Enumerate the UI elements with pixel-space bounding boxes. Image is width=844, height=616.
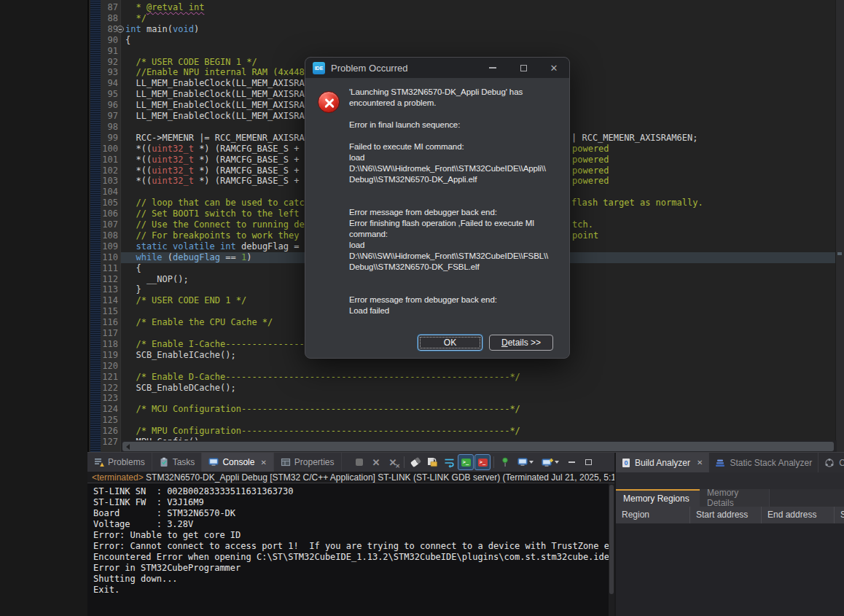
console-output-line: Encountered Error when opening C:\ST\STM… — [93, 552, 609, 563]
scroll-left-arrow-icon[interactable] — [126, 444, 130, 450]
display-selected-console-button[interactable] — [514, 454, 537, 470]
cyclomatic-icon — [824, 458, 835, 468]
horizontal-scrollbar-thumb[interactable] — [122, 442, 834, 451]
subtab-memory-regions[interactable]: Memory Regions — [616, 489, 700, 507]
maximize-icon — [585, 459, 592, 465]
show-console-on-stderr-toggle[interactable]: >_ — [474, 454, 491, 470]
memory-table-body[interactable] — [616, 523, 844, 616]
console-scrollbar-thumb[interactable] — [609, 485, 614, 594]
tab-build-analyzer-close-icon[interactable]: ✕ — [697, 459, 703, 467]
dialog-close-button[interactable]: ✕ — [542, 59, 566, 77]
svg-text:0: 0 — [624, 459, 628, 467]
tab-cyclomatic-label: Cyclo — [839, 458, 844, 468]
scroll-lock-button[interactable] — [424, 454, 440, 470]
tab-build-analyzer[interactable]: 0 Build Analyzer ✕ — [616, 453, 709, 472]
column-region[interactable]: Region — [616, 507, 690, 523]
word-wrap-button[interactable] — [441, 454, 457, 470]
subtab-memory-details-label: Memory Details — [707, 488, 762, 508]
toolbar-separator — [493, 456, 494, 468]
build-analyzer-panel: 0 Build Analyzer ✕ Static Stack Analyzer… — [616, 453, 844, 616]
tab-console-close-icon[interactable]: ✕ — [260, 459, 266, 467]
build-analyzer-toolbar-area — [616, 472, 844, 489]
maximize-view-button[interactable] — [580, 454, 596, 470]
terminated-prefix: <terminated> — [92, 472, 144, 483]
tab-static-stack-analyzer[interactable]: Static Stack Analyzer — [709, 453, 818, 472]
stderr-console-icon: >_ — [478, 459, 488, 467]
remove-launch-button[interactable]: ✕ — [368, 454, 384, 470]
dialog-minimize-button[interactable] — [480, 59, 505, 77]
fold-collapse-icon[interactable] — [117, 26, 124, 33]
minimize-icon — [489, 67, 496, 69]
console-output-line: Voltage : 3.28V — [93, 519, 609, 530]
properties-icon — [281, 457, 291, 467]
open-console-icon — [542, 458, 553, 467]
dialog-title: Problem Occurred — [331, 63, 474, 74]
stop-icon — [356, 459, 363, 466]
memory-subtabs: Memory Regions Memory Details — [616, 489, 844, 507]
problem-occurred-dialog: IDE Problem Occurred ✕ 'Launching STM32N… — [305, 57, 570, 359]
console-output-line: Shutting down... — [93, 574, 609, 585]
build-analyzer-tab-bar: 0 Build Analyzer ✕ Static Stack Analyzer… — [616, 453, 844, 472]
clear-console-button[interactable] — [407, 454, 423, 470]
tab-tasks-label: Tasks — [173, 457, 195, 467]
tab-problems-label: Problems — [108, 457, 145, 467]
console-output-line: Error: Unable to get core ID — [93, 530, 609, 541]
column-end-address[interactable]: End address — [762, 507, 835, 523]
console-status-line: <terminated> STM32N6570-DK_Appli Debug [… — [87, 472, 614, 483]
stm32cubeide-app-icon: IDE — [313, 62, 325, 74]
minimize-icon — [568, 461, 575, 463]
problems-icon — [94, 457, 104, 467]
word-wrap-icon — [444, 457, 455, 468]
tab-static-stack-analyzer-label: Static Stack Analyzer — [730, 458, 812, 468]
display-console-icon — [517, 458, 528, 467]
console-icon — [208, 458, 219, 467]
memory-table-header: Region Start address End address S — [616, 507, 844, 523]
column-start-address[interactable]: Start address — [690, 507, 762, 523]
console-scrollbar[interactable] — [609, 483, 614, 616]
overview-ruler[interactable] — [835, 0, 844, 452]
tab-console[interactable]: Console ✕ — [202, 453, 273, 472]
pin-console-button[interactable] — [497, 454, 513, 470]
console-toolbar: ✕ ✕✕ >_ >_ — [351, 453, 614, 472]
dialog-maximize-button[interactable] — [511, 59, 536, 77]
remove-all-x2-icon: ✕ — [395, 463, 400, 469]
chevron-down-icon — [529, 461, 534, 464]
eraser-icon — [410, 457, 421, 467]
toolbar-separator — [404, 456, 405, 468]
column-size[interactable]: S — [835, 507, 844, 523]
pin-icon — [500, 457, 510, 467]
console-output-line: Exit. — [93, 585, 609, 596]
stm32cubeide-window: 8788899091929394959697989910010110210310… — [0, 0, 844, 616]
tab-tasks[interactable]: Tasks — [152, 453, 203, 472]
subtab-memory-regions-label: Memory Regions — [623, 494, 689, 504]
remove-all-terminated-button[interactable]: ✕✕ — [385, 454, 401, 470]
console-output[interactable]: ST-LINK SN : 002B00283333511631363730ST-… — [87, 483, 609, 616]
details-button[interactable]: Details >> — [489, 335, 553, 351]
scroll-lock-icon — [427, 457, 438, 467]
dialog-message: 'Launching STM32N6570-DK_Appli Debug' ha… — [349, 87, 568, 332]
tab-problems[interactable]: Problems — [87, 453, 152, 472]
console-output-line: Error in STM32CubeProgrammer — [93, 563, 609, 574]
details-button-label: Details >> — [501, 338, 541, 348]
dialog-title-bar[interactable]: IDE Problem Occurred ✕ — [305, 58, 569, 78]
tab-properties-label: Properties — [294, 457, 335, 467]
tab-cyclomatic[interactable]: Cyclo — [818, 453, 844, 472]
terminate-button[interactable] — [351, 454, 367, 470]
ok-button-label: OK — [444, 338, 456, 348]
minimize-view-button[interactable] — [563, 454, 579, 470]
overview-annotation-mark — [837, 252, 842, 255]
maximize-icon — [520, 65, 527, 71]
tab-properties[interactable]: Properties — [274, 453, 342, 472]
remove-x-icon: ✕ — [372, 458, 380, 467]
launch-description: STM32N6570-DK_Appli Debug [STM32 C/C++ A… — [144, 472, 614, 483]
console-output-line: Board : STM32N6570-DK — [93, 508, 609, 519]
open-console-button[interactable] — [538, 454, 563, 470]
console-output-line: ST-LINK SN : 002B00283333511631363730 — [93, 486, 609, 497]
console-panel: Problems Tasks Console ✕ Properties — [87, 453, 614, 616]
subtab-memory-details[interactable]: Memory Details — [700, 489, 770, 507]
show-console-on-stdout-toggle[interactable]: >_ — [458, 454, 474, 470]
build-analyzer-icon: 0 — [622, 458, 630, 468]
ok-button[interactable]: OK — [418, 335, 482, 351]
bottom-panel: Problems Tasks Console ✕ Properties — [87, 452, 844, 616]
tasks-icon — [159, 457, 169, 467]
